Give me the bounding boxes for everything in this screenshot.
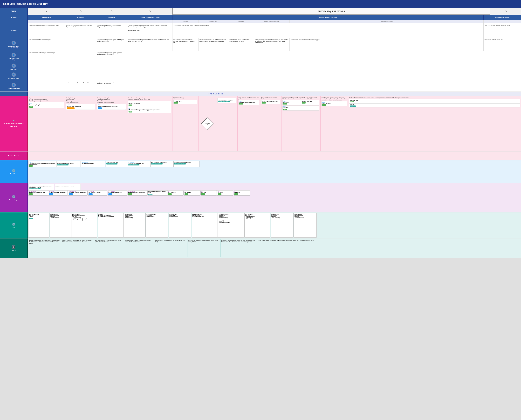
cmu-content: [28, 62, 521, 71]
sys-delegate-col: Delegate?: [199, 96, 216, 151]
sys-launch-card2: FE: FE: Resource Management Landing page…: [128, 107, 171, 113]
action-desc-row: ACTION A user logs into the Hub and is s…: [0, 23, 521, 38]
gear-icon-api: ⚙️: [12, 223, 16, 226]
sub-left: [0, 20, 28, 23]
sys-job-cards: RM 07 Job Family DONE Job Title and Grad…: [282, 100, 319, 105]
rm-admin-label: 👤 RM Administrator: [0, 80, 28, 91]
sl-jt-badge: DONE: [201, 193, 205, 195]
data-row: 🗄️ DATA Approver must be Clarity User. R…: [0, 239, 521, 258]
api-card-8: Existing pService:functionalArea:• GetFu…: [192, 213, 218, 238]
sl-top-1-badge: READY FOR COLLAB...: [29, 188, 40, 189]
sys-view-col: Display current delegates.Change approva…: [96, 96, 127, 151]
card-name-ferm: FE: Resource Management Landing page des…: [129, 109, 171, 111]
api-row: ⚙️ API New pService: SSBNew API:• login(…: [0, 212, 521, 239]
sl-rmr-badge: DONE: [29, 193, 33, 195]
sl-rmr2-name: RM Request query (page load): [128, 192, 147, 193]
cmu-icon: 👤: [12, 64, 16, 68]
sl-card-userprofile: SL: User Profile SL: User Profile Storag…: [108, 190, 127, 195]
action-header-label: ACTION: [0, 15, 28, 20]
card-id-rm02: RM 02: [98, 104, 125, 106]
api-6-name: Existing pService:UserProfile:• GetDeleg…: [146, 214, 168, 217]
api-card-10: New pService:New API:• GetJobFamilies()•…: [244, 213, 270, 238]
sl-cap-badge: DONE: [168, 193, 172, 195]
sl-cards-main: SL: RM Request RM Request query (Page lo…: [28, 190, 520, 195]
sl-off-badge: DONE: [218, 193, 221, 195]
sys-location-col: Select location. Matching options: Post …: [320, 96, 348, 151]
rm-admin-icon: 👤: [12, 83, 16, 87]
level1-approver-row: 👤 Level 1 Approver or Delegate Resource …: [0, 51, 521, 62]
badge-done-cost: DONE: [262, 102, 266, 104]
sl-card-schema: SL: RM Schema DONE: [184, 190, 200, 195]
sl-card-capability: SL: SL: Capability DONE: [167, 190, 184, 195]
sl-cap-name: SL: Capability: [168, 192, 183, 193]
sys-login-desc: Display:- Number of active resource requ…: [29, 97, 64, 102]
sl-off-name: SL: Office: [218, 192, 233, 193]
badge-ready-raise: READY FOR COLLAB...: [218, 101, 230, 102]
card-name-recruitperm: Recruit a Perm Page: [129, 103, 171, 104]
stage-line: [28, 8, 521, 8]
api-label: ⚙️ API: [0, 212, 28, 238]
sys-reason-col: For Backfill or Secondment, select perso…: [348, 96, 521, 151]
api-7-name: New pService:UserProfile:• GetDelegates(…: [169, 214, 191, 217]
sl-up-badge: TO DO: [108, 193, 112, 195]
card-id-res01: Res 01: [29, 103, 63, 104]
sys-login-col: Display:- Number of active resource requ…: [28, 96, 65, 151]
card-id-set09: Set 09: [67, 104, 94, 106]
offshore-row: 👤 Off-shore Team: [0, 71, 521, 80]
stage-label: STAGE: [0, 8, 28, 15]
col-header-login: LOGIN TO HUB: [28, 15, 65, 20]
sys-reason-card: Reason to Hire DONE: [349, 99, 520, 103]
data-content: Approver must be Clarity User. Return li…: [28, 239, 521, 258]
stage-section-3: [96, 8, 127, 15]
badge-ready-jd: READY F...: [350, 105, 356, 107]
sl-card-delegate: SL: Delegate SL: Delegate Changes TO DO: [88, 190, 107, 195]
sub-functional: Functional Area: [199, 20, 228, 23]
sys-payscale-card: Job 01 Pay Scale DONE: [282, 105, 319, 111]
system-functionality-row: ⚙️ SYSTEM FUNCTIONALITY The Hub Display:…: [0, 96, 521, 151]
offshore-label: 👤 Off-shore Team: [0, 71, 28, 80]
interaction-label: • • • • • INTERACTION • • • • • • • • • …: [28, 92, 521, 96]
sys-raise-card: RM 03 Raise a Request - Delegate READY F…: [217, 98, 236, 103]
sys-login-card: Res 01 Resourcing Widget DONE: [29, 102, 64, 108]
sl-recruit-badge: READY: [148, 194, 152, 195]
badge-done-recruit: DONE: [129, 105, 132, 106]
sys-jobdes-card: Job Des... READY F...: [349, 103, 520, 107]
fe-card-1-name: Front End: Resource Request Details UI D…: [29, 163, 55, 165]
hm-view-content: Navigate to Profile page and update HM d…: [96, 38, 127, 51]
fe-badge-5: READY FOR COLLAB...: [128, 164, 140, 165]
sys-launch-col: Go to Resource Management page.Display l…: [127, 96, 172, 151]
service-layer-content: Front End: Front End: Apply new design t…: [28, 183, 521, 212]
action-approvers-desc: The RM Administrator updates the list of…: [65, 23, 96, 38]
sso-rm-link[interactable]: SSO RM: [29, 218, 49, 218]
create-request-label: SPECIFY REQUEST DETAILS: [318, 10, 345, 13]
api-card-3: New pService:ResourceMgmtSettingsNew API…: [71, 213, 97, 238]
sys-raise-col: RM 03 Raise a Request - Delegate READY F…: [216, 96, 238, 151]
data-item-4: List of delegates for each HM in Hub. Mu…: [125, 240, 154, 257]
hm-job-content: Select job Family/grade. Select a job ti…: [254, 38, 290, 51]
sys-job-col: Optionally, select Macro Family and/or G…: [281, 96, 320, 151]
sl-card-savedraft: SL: Save Draft DONE: [234, 190, 250, 195]
sys-func-content: Display:- Number of active resource requ…: [28, 96, 521, 151]
api-8-name: Existing pService:functionalArea:• GetFu…: [192, 214, 217, 217]
badge-done-loh: DONE: [174, 102, 178, 104]
sys-approvers-col: Display list of approvers.Fetch approver…: [65, 96, 96, 151]
sl-schema-badge: DONE: [185, 193, 188, 195]
api-2-name: New pService:ResourceMgmtNew API:• GetAp…: [50, 214, 70, 218]
card-name-cost: Business Area & Cost Centre: [262, 101, 280, 102]
badge-done-jf: DONE: [283, 103, 287, 105]
api-card-4: New API:• UpdateLicenceToHire()• UpdateA…: [98, 213, 124, 238]
offshore-icon: 👤: [12, 73, 16, 77]
stage-section-2: [65, 8, 96, 15]
card-name-reswidget: Resourcing Widget: [29, 104, 63, 106]
sub-delegate: Delegate: [172, 20, 199, 23]
sys-launch-card1: RM 07 Recruit a Perm Page DONE: [128, 101, 171, 107]
sl-rmr2-badge: DONE: [128, 193, 132, 195]
cmu-team-row: 👤 CMU Team: [0, 62, 521, 71]
frontend-label: ⚙️ Front-End: [0, 160, 28, 183]
api-card-1: New pService: SSBNew API:• login() SSO R…: [28, 213, 49, 238]
api-card-11: New pService:LocationsNew API:• GetLocat…: [271, 213, 294, 238]
interaction-label-left: [0, 92, 28, 96]
sys-func-label: ⚙️ SYSTEM FUNCTIONALITY The Hub: [0, 96, 28, 151]
badge-done-reason: DONE: [350, 101, 354, 102]
delegate-text: Delegate?: [205, 123, 210, 125]
